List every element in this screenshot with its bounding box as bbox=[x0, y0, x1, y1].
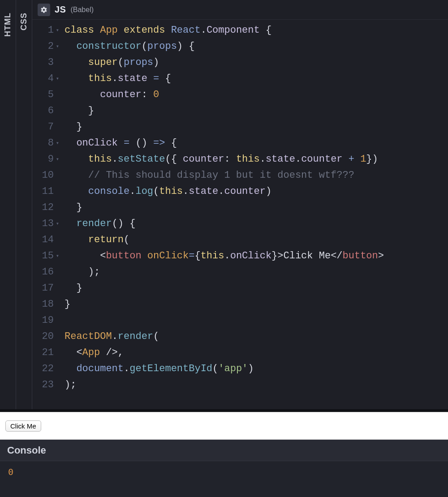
js-pane-header: JS (Babel) bbox=[32, 0, 448, 20]
code-line[interactable]: super(props) bbox=[65, 55, 443, 71]
code-line[interactable]: return( bbox=[65, 232, 443, 248]
line-number: 3 bbox=[32, 55, 54, 71]
line-number: 21 bbox=[32, 345, 54, 361]
tab-css-label: CSS bbox=[19, 13, 29, 30]
line-number: 12 bbox=[32, 200, 54, 216]
code-line[interactable]: this.state = { bbox=[65, 71, 443, 87]
line-number: 2 bbox=[32, 39, 54, 55]
code-line[interactable]: render() { bbox=[65, 216, 443, 232]
tab-css[interactable]: CSS bbox=[16, 0, 32, 409]
js-pane-title: JS bbox=[55, 4, 66, 15]
console-pane: Console 0 bbox=[0, 440, 448, 497]
line-number: 10 bbox=[32, 167, 54, 184]
line-number: 18 bbox=[32, 296, 54, 313]
line-number: 5 bbox=[32, 87, 54, 103]
console-output: 0 bbox=[0, 461, 448, 497]
code-line[interactable]: <App />, bbox=[65, 345, 443, 361]
js-editor-pane: JS (Babel) 12345678910111213141516171819… bbox=[32, 0, 448, 409]
code-line[interactable]: ); bbox=[65, 264, 443, 280]
tab-html[interactable]: HTML bbox=[0, 0, 16, 409]
code-line[interactable]: } bbox=[65, 200, 443, 216]
line-number: 20 bbox=[32, 329, 54, 345]
line-number: 14 bbox=[32, 232, 54, 248]
line-number: 15 bbox=[32, 248, 54, 264]
line-number: 4 bbox=[32, 71, 54, 87]
line-number: 23 bbox=[32, 377, 54, 393]
console-title: Console bbox=[0, 440, 448, 461]
code-line[interactable]: this.setState({ counter: this.state.coun… bbox=[65, 151, 443, 167]
line-number: 22 bbox=[32, 361, 54, 377]
line-number: 17 bbox=[32, 280, 54, 296]
js-pane-subtitle: (Babel) bbox=[70, 6, 94, 14]
code-editor[interactable]: 1234567891011121314151617181920212223 cl… bbox=[32, 20, 448, 409]
editors-row: HTML CSS JS (Babel) 12345678910111213141… bbox=[0, 0, 448, 412]
code-line[interactable]: // This should display 1 but it doesnt w… bbox=[65, 167, 443, 184]
line-number: 1 bbox=[32, 22, 54, 39]
preview-pane: Click Me bbox=[0, 412, 448, 440]
code-line[interactable]: ReactDOM.render( bbox=[65, 329, 443, 345]
code-line[interactable]: } bbox=[65, 103, 443, 119]
code-line[interactable]: document.getElementById('app') bbox=[65, 361, 443, 377]
code-line[interactable]: counter: 0 bbox=[65, 87, 443, 103]
code-line[interactable]: } bbox=[65, 280, 443, 296]
line-number: 19 bbox=[32, 313, 54, 329]
line-number: 6 bbox=[32, 103, 54, 119]
line-number-gutter: 1234567891011121314151617181920212223 bbox=[32, 20, 57, 409]
code-line[interactable]: ); bbox=[65, 377, 443, 393]
code-line[interactable]: } bbox=[65, 119, 443, 135]
line-number: 16 bbox=[32, 264, 54, 280]
line-number: 9 bbox=[32, 151, 54, 167]
line-number: 13 bbox=[32, 216, 54, 232]
code-line[interactable]: constructor(props) { bbox=[65, 39, 443, 55]
code-line[interactable] bbox=[65, 313, 443, 329]
tab-html-label: HTML bbox=[3, 13, 13, 37]
code-line[interactable]: onClick = () => { bbox=[65, 135, 443, 151]
code-line[interactable]: console.log(this.state.counter) bbox=[65, 184, 443, 200]
line-number: 11 bbox=[32, 184, 54, 200]
line-number: 7 bbox=[32, 119, 54, 135]
settings-button[interactable] bbox=[38, 4, 50, 16]
code-content[interactable]: class App extends React.Component { cons… bbox=[57, 20, 448, 409]
code-line[interactable]: } bbox=[65, 296, 443, 313]
line-number: 8 bbox=[32, 135, 54, 151]
click-me-button[interactable]: Click Me bbox=[5, 420, 41, 432]
code-line[interactable]: <button onClick={this.onClick}>Click Me<… bbox=[65, 248, 443, 264]
gear-icon bbox=[40, 6, 47, 13]
code-line[interactable]: class App extends React.Component { bbox=[65, 22, 443, 39]
